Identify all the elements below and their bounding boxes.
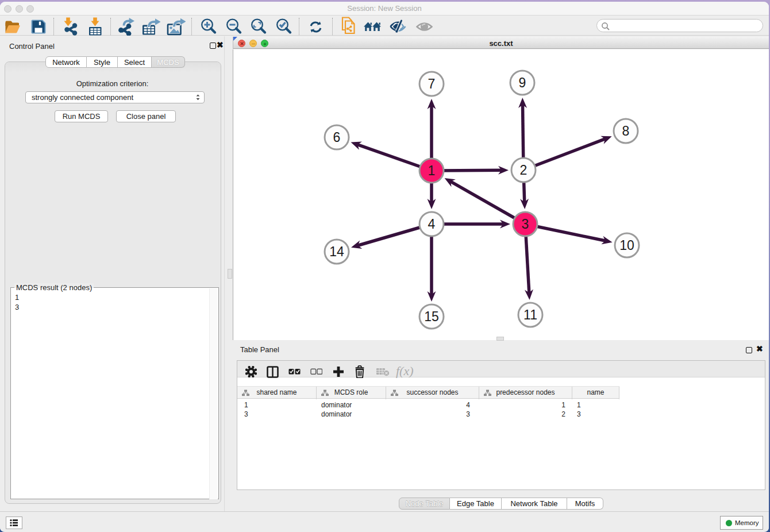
svg-text:7: 7 [428, 76, 436, 91]
svg-text:14: 14 [329, 244, 344, 259]
svg-text:2: 2 [520, 163, 528, 178]
svg-text:10: 10 [619, 238, 634, 253]
svg-text:15: 15 [424, 309, 439, 324]
svg-text:1: 1 [428, 163, 436, 178]
svg-text:9: 9 [519, 75, 526, 90]
svg-text:6: 6 [333, 130, 341, 145]
svg-text:4: 4 [428, 217, 436, 232]
svg-text:11: 11 [523, 307, 537, 322]
svg-text:8: 8 [622, 124, 630, 138]
svg-text:3: 3 [522, 217, 529, 232]
